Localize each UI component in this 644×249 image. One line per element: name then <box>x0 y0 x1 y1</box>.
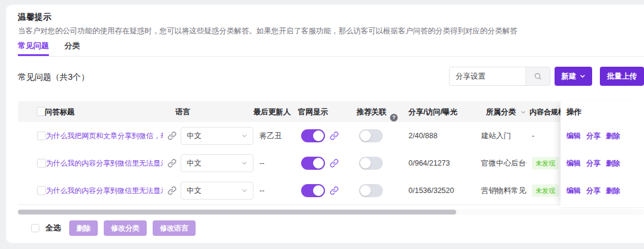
site-display-toggle[interactable] <box>301 129 325 142</box>
language-select[interactable]: 中文 <box>181 127 253 145</box>
compliance-cell: - <box>532 132 534 140</box>
table-row: 为什么我的内容分享到微信里无法显示内... 中文 -- 0/964/21273 … <box>18 150 644 178</box>
link-icon[interactable] <box>168 186 177 195</box>
header-stats: 分享/访问/曝光 <box>408 107 457 117</box>
recommend-toggle[interactable] <box>359 184 383 197</box>
share-link[interactable]: 分享 <box>586 158 600 169</box>
updater-cell: -- <box>259 186 264 195</box>
modify-category-button[interactable]: 修改分类 <box>104 220 147 236</box>
section-title: 常见问题（共3个） <box>18 72 89 83</box>
bulk-actions-bar: 全选 删除 修改分类 修改语言 <box>31 219 196 237</box>
question-title-link[interactable]: 为什么我的内容分享到微信里无法显示内... <box>46 158 163 169</box>
edit-link[interactable]: 编辑 <box>566 158 581 169</box>
scrollbar-thumb[interactable] <box>18 210 456 214</box>
search-icon <box>534 72 542 80</box>
row-actions: 编辑 分享 删除 <box>566 122 620 150</box>
recommend-toggle[interactable] <box>359 157 383 170</box>
tab-bar: 常见问题 分类 <box>18 38 644 57</box>
search-box <box>449 67 550 86</box>
header-actions: 操作 <box>566 107 581 117</box>
chevron-down-icon <box>580 73 586 79</box>
recommend-toggle[interactable] <box>359 129 383 142</box>
delete-link[interactable]: 删除 <box>606 186 620 196</box>
row-actions: 编辑 分享 删除 <box>566 150 620 177</box>
delete-link[interactable]: 删除 <box>606 158 620 169</box>
edit-link[interactable]: 编辑 <box>566 186 581 196</box>
row-checkbox[interactable] <box>37 186 46 195</box>
updater-cell: 蒋乙丑 <box>259 131 282 141</box>
link-icon[interactable] <box>168 132 177 141</box>
category-cell: 营销物料常见问题 <box>481 186 527 196</box>
stats-cell: 2/40/888 <box>408 132 438 140</box>
chevron-down-icon <box>242 160 247 166</box>
notice-description: 当客户对您的公司功能的使用存在疑惑时，您可以将这些疑惑分类解答。如果您开启了客服… <box>18 26 518 36</box>
table-header: 问答标题 语言 最后更新人 官网显示 推荐关联 ? 分享/访问/曝光 所属分类 … <box>18 101 644 122</box>
compliance-badge: 未发现 <box>532 157 559 170</box>
site-display-toggle[interactable] <box>301 184 325 197</box>
language-select[interactable]: 中文 <box>181 182 253 200</box>
link-icon[interactable] <box>168 159 177 168</box>
new-button-label: 新建 <box>562 71 577 82</box>
tab-category[interactable]: 分类 <box>64 38 80 56</box>
select-all-label: 全选 <box>45 223 61 234</box>
site-link-icon[interactable] <box>330 132 339 141</box>
row-actions: 编辑 分享 删除 <box>566 177 620 204</box>
chevron-down-icon <box>242 133 247 139</box>
table-row: 为什么我把网页和文章分享到微信，却没... 中文 蒋乙丑 2/40/888 建站… <box>18 122 644 150</box>
batch-upload-button[interactable]: 批量上传 <box>600 67 644 86</box>
horizontal-scrollbar <box>18 209 644 215</box>
header-title: 问答标题 <box>45 107 75 117</box>
compliance-badge: 未发现 <box>532 185 559 197</box>
language-select-value: 中文 <box>187 131 202 141</box>
new-button[interactable]: 新建 <box>555 67 592 86</box>
search-button[interactable] <box>525 67 550 85</box>
category-cell: 建站入门 <box>481 131 527 141</box>
row-checkbox[interactable] <box>37 159 46 168</box>
edit-link[interactable]: 编辑 <box>566 131 581 141</box>
header-recommend: 推荐关联 <box>357 107 386 117</box>
search-input[interactable] <box>450 67 525 85</box>
language-select-value: 中文 <box>187 186 202 196</box>
site-link-icon[interactable] <box>330 159 339 168</box>
question-title-link[interactable]: 为什么我把网页和文章分享到微信，却没... <box>46 131 163 141</box>
row-checkbox[interactable] <box>37 132 46 141</box>
tab-faq[interactable]: 常见问题 <box>18 38 49 56</box>
bulk-delete-button[interactable]: 删除 <box>69 220 98 236</box>
language-select[interactable]: 中文 <box>181 154 253 172</box>
question-title-link[interactable]: 为什么我的内容分享到微信里无法显示内... <box>46 186 163 196</box>
batch-upload-label: 批量上传 <box>607 71 637 82</box>
updater-cell: -- <box>259 159 264 167</box>
stats-cell: 0/1536/32520 <box>408 186 454 195</box>
select-all-checkbox[interactable] <box>31 224 39 232</box>
share-link[interactable]: 分享 <box>586 131 600 141</box>
notice-title: 温馨提示 <box>18 12 51 23</box>
language-select-value: 中文 <box>187 158 202 169</box>
faq-panel: 温馨提示 当客户对您的公司功能的使用存在疑惑时，您可以将这些疑惑分类解答。如果您… <box>6 5 644 243</box>
table-row: 为什么我的内容分享到微信里无法显示内... 中文 -- 0/1536/32520… <box>18 177 644 205</box>
share-link[interactable]: 分享 <box>586 186 600 196</box>
stats-cell: 0/964/21273 <box>408 159 450 167</box>
site-display-toggle[interactable] <box>301 157 325 170</box>
header-updater: 最后更新人 <box>253 107 291 117</box>
category-filter-caret-icon[interactable] <box>521 110 526 115</box>
header-site-display: 官网显示 <box>298 107 328 117</box>
header-category[interactable]: 所属分类 <box>486 107 516 117</box>
header-language: 语言 <box>175 107 190 117</box>
modify-language-button[interactable]: 修改语言 <box>153 220 196 236</box>
delete-link[interactable]: 删除 <box>606 131 620 141</box>
chevron-down-icon <box>242 188 247 194</box>
actions-fixed-column: 操作 编辑 分享 删除 编辑 分享 删除 编辑 分享 删除 <box>561 101 644 208</box>
category-cell: 官微中心后台使用 <box>481 158 527 169</box>
site-link-icon[interactable] <box>330 186 339 195</box>
